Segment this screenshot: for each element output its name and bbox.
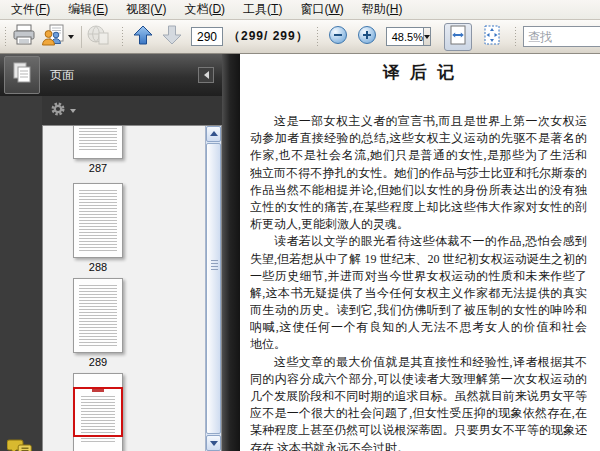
fit-width-button[interactable]	[444, 23, 472, 51]
current-view-highlight[interactable]	[73, 387, 123, 437]
fit-width-icon	[449, 25, 467, 49]
thumbnail-text-lines	[79, 190, 117, 251]
thumbnail-page-number: 288	[73, 261, 123, 273]
page-number-input[interactable]	[191, 27, 223, 46]
zoom-level-display[interactable]: 48.5%	[386, 27, 424, 46]
thumbnail-page-number: 287	[73, 162, 123, 174]
fit-page-button[interactable]	[478, 23, 506, 51]
pdf-reader-window: 文件(F)编辑(E)视图(V)文档(D)工具(T)窗口(W)帮助(H)	[0, 0, 600, 451]
comments-tab[interactable]	[7, 436, 34, 451]
doc-text-line: 读者若以文学的眼光看待这些体裁不一的作品,恐怕会感到	[250, 233, 587, 250]
scrollbar-grip	[211, 260, 218, 271]
document-title: 译 后 记	[240, 61, 600, 84]
menu-item-1[interactable]: 编辑(E)	[59, 0, 117, 19]
fit-page-icon	[483, 25, 501, 49]
page-count-label: （299/ 299）	[228, 28, 309, 45]
doc-text-line: 几个发展阶段和不同时期的追求目标。虽然就目前来说男女平等	[250, 388, 587, 405]
collaborate-button[interactable]	[40, 23, 75, 51]
thumbnail-panel: 287288289290	[42, 125, 222, 451]
thumbnail-sheet[interactable]	[73, 125, 123, 159]
collapse-panel-button[interactable]	[198, 67, 214, 83]
down-arrow-icon	[161, 24, 183, 50]
thumbnail-page-number: 289	[73, 356, 123, 368]
chevron-down-icon	[210, 441, 218, 446]
printer-icon	[12, 24, 36, 50]
page-body: 这是一部女权主义者的宣言书,而且是世界上第一次女权运动参加者直接经验的总结,这些…	[250, 113, 587, 451]
scroll-up-button[interactable]	[206, 126, 221, 142]
doc-text-line: 地位。	[250, 336, 587, 353]
thumbnail-sheet[interactable]	[73, 278, 123, 353]
document-page[interactable]: 译 后 记 这是一部女权主义者的宣言书,而且是世界上第一次女权运动参加者直接经验…	[240, 54, 600, 451]
previous-page-button[interactable]	[129, 23, 157, 51]
print-button[interactable]	[10, 23, 38, 51]
zoom-out-icon	[328, 25, 348, 49]
doc-text-line: 应不是一个很大的社会问题了,但女性受压抑的现象依然存在,在	[250, 405, 587, 422]
scroll-down-button[interactable]	[206, 435, 221, 451]
page-thumbnail-290[interactable]: 290	[73, 373, 123, 451]
content-area: 页面	[0, 54, 600, 451]
toolbar-grip[interactable]	[3, 27, 7, 47]
menu-item-6[interactable]: 帮助(H)	[353, 0, 412, 19]
pages-panel-tab[interactable]	[4, 56, 40, 94]
doc-text-line: 这是一部女权主义者的宣言书,而且是世界上第一次女权运	[250, 113, 587, 130]
toolbar-grip[interactable]	[120, 27, 124, 47]
doc-text-line: 一些历史细节,并进而对当今世界女权运动的性质和未来作些了	[250, 268, 587, 285]
page-thumbnail-289[interactable]: 289	[73, 278, 123, 368]
menu-item-5[interactable]: 窗口(W)	[291, 0, 352, 19]
page-thumbnail-288[interactable]: 288	[73, 183, 123, 273]
thumbnail-text-lines	[79, 285, 117, 346]
thumbnail-text-lines	[79, 125, 117, 152]
menu-item-4[interactable]: 工具(T)	[234, 0, 291, 19]
doc-text-line: 析更动人,更能刺激人的灵魂。	[250, 216, 587, 233]
doc-text-line: 存在,这本书就永远不会过时。	[250, 440, 587, 451]
chevron-up-icon	[210, 131, 218, 136]
doc-text-line: 而生动的历史。读到它,我们仿佛听到了被压制的女性的呻吟和	[250, 302, 587, 319]
toolbar-grip[interactable]	[316, 27, 320, 47]
sidebar-icon-strip	[0, 96, 43, 451]
navigation-sidebar: 页面	[0, 54, 222, 451]
doc-text-line: 失望,但若想从中了解 19 世纪末、20 世纪初女权运动诞生之初的	[250, 251, 587, 268]
menu-bar: 文件(F)编辑(E)视图(V)文档(D)工具(T)窗口(W)帮助(H)	[0, 0, 600, 20]
up-arrow-icon	[132, 24, 154, 50]
doc-text-line: 某种程度上甚至仍然可以说根深蒂固。只要男女不平等的现象还	[250, 422, 587, 439]
menu-item-2[interactable]: 视图(V)	[117, 0, 175, 19]
toolbar: （299/ 299）	[0, 20, 600, 54]
zoom-level-value: 48.5%	[392, 31, 423, 43]
zoom-in-button[interactable]	[353, 23, 381, 51]
pages-panel-header: 页面	[0, 54, 222, 97]
doc-text-line: 同的内容分成六个部分,可以使读者大致理解第一次女权运动的	[250, 371, 587, 388]
page-thumbnail-287[interactable]: 287	[73, 125, 123, 174]
find-input[interactable]	[523, 26, 600, 47]
toolbar-grip[interactable]	[514, 27, 518, 47]
doc-text-line: 解,这本书无疑提供了当今任何女权主义作家都无法提供的真实	[250, 285, 587, 302]
sidebar-splitter[interactable]	[222, 54, 240, 451]
doc-text-line: 独立而不得不挣扎的女性。她们的作品与莎士比亚和托尔斯泰的	[250, 165, 587, 182]
doc-text-line: 作品当然不能相提并论,但她们以女性的身份所表达出的没有独	[250, 182, 587, 199]
doc-text-line: 立性的女性的痛苦,在某些程度上却比这些伟大作家对女性的剖	[250, 199, 587, 216]
pages-icon	[12, 61, 32, 89]
scrollbar-thumb[interactable]	[206, 143, 221, 434]
doc-text-line: 这些文章的最大价值就是其直接性和经验性,译者根据其不	[250, 354, 587, 371]
doc-text-line: 动参加者直接经验的总结,这些女权主义运动的先驱不是著名的	[250, 130, 587, 147]
thumbnail-scrollbar[interactable]	[205, 126, 221, 451]
zoom-in-icon	[357, 25, 377, 49]
collapse-arrow-icon	[204, 71, 209, 79]
doc-text-line: 呐喊,这使任何一个有良知的人无法不思考女人的价值和社会	[250, 319, 587, 336]
next-page-button	[158, 23, 186, 51]
doc-text-line: 作家,也不是社会名流,她们只是普通的女性,是那些为了生活和	[250, 147, 587, 164]
panel-title: 页面	[50, 67, 198, 84]
menu-item-3[interactable]: 文档(D)	[175, 0, 234, 19]
menu-item-0[interactable]: 文件(F)	[2, 0, 59, 19]
toolbar-separator	[81, 26, 82, 48]
gear-icon	[50, 101, 66, 121]
zoom-out-button[interactable]	[324, 23, 352, 51]
thumbnail-sheet[interactable]	[73, 183, 123, 258]
chevron-down-icon	[68, 35, 74, 39]
collaborate-icon	[41, 24, 65, 50]
thumbnail-sheet[interactable]	[73, 373, 123, 451]
panel-options-button[interactable]	[50, 101, 76, 121]
chevron-down-icon	[424, 35, 430, 39]
speech-bubbles-icon	[7, 447, 34, 451]
zoom-dropdown-button[interactable]	[424, 27, 431, 46]
panel-options-row	[42, 96, 222, 126]
